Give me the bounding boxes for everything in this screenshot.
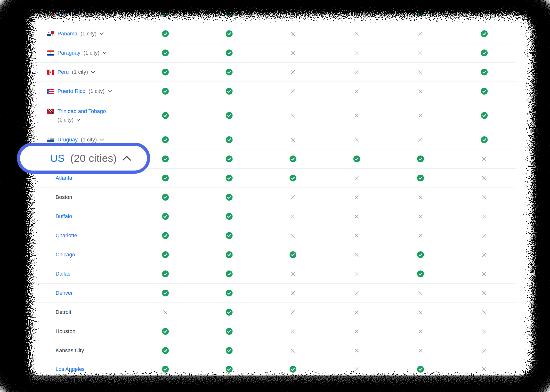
country-link[interactable]: Peru bbox=[57, 69, 69, 75]
check-icon bbox=[226, 136, 233, 143]
x-icon bbox=[290, 310, 296, 315]
availability-cell bbox=[133, 226, 197, 245]
availability-cell bbox=[197, 322, 261, 341]
availability-cell bbox=[261, 245, 325, 264]
chevron-down-icon[interactable] bbox=[76, 119, 80, 121]
availability-cell bbox=[261, 43, 325, 62]
availability-cell bbox=[197, 245, 261, 264]
x-icon bbox=[354, 10, 359, 16]
row-label-cell: Puerto Rico(1 city) bbox=[33, 82, 133, 101]
country-link[interactable]: Trinidad and Tobago bbox=[57, 108, 106, 114]
country-link[interactable]: Mexico bbox=[57, 10, 74, 16]
city-link[interactable]: Buffalo bbox=[56, 213, 72, 220]
availability-cell bbox=[325, 6, 388, 20]
country-row: Paraguay(1 city) bbox=[33, 43, 516, 63]
city-link[interactable]: Dallas bbox=[56, 271, 70, 277]
chevron-down-icon[interactable] bbox=[97, 12, 101, 14]
city-link[interactable]: Atlanta bbox=[56, 175, 72, 181]
us-country-link[interactable]: US bbox=[50, 152, 65, 164]
city-count-label: (1 city) bbox=[78, 10, 94, 16]
us-city-count-label: (20 cities) bbox=[70, 152, 117, 164]
paraguay-flag-icon bbox=[47, 50, 54, 56]
check-icon bbox=[290, 366, 296, 373]
availability-cell bbox=[197, 43, 261, 62]
x-icon bbox=[354, 50, 359, 56]
availability-cell bbox=[133, 169, 197, 188]
country-link[interactable]: Puerto Rico bbox=[57, 88, 85, 94]
availability-cell bbox=[261, 188, 325, 207]
x-icon bbox=[290, 69, 296, 75]
x-icon bbox=[418, 50, 423, 56]
check-icon bbox=[226, 194, 233, 201]
chevron-down-icon[interactable] bbox=[100, 139, 104, 141]
availability-cell bbox=[197, 169, 261, 188]
availability-cell bbox=[388, 149, 452, 168]
x-icon bbox=[481, 233, 487, 238]
chevron-down-icon[interactable] bbox=[103, 52, 107, 54]
x-icon bbox=[354, 233, 359, 238]
check-icon bbox=[226, 232, 233, 239]
check-icon bbox=[226, 213, 233, 220]
availability-cell bbox=[261, 341, 325, 360]
availability-cell bbox=[452, 322, 516, 341]
x-icon bbox=[418, 310, 423, 315]
availability-cell bbox=[325, 341, 388, 360]
city-row: Dallas bbox=[33, 264, 516, 284]
availability-cell bbox=[325, 322, 388, 341]
availability-cell bbox=[261, 149, 325, 168]
chevron-down-icon[interactable] bbox=[100, 33, 104, 35]
check-icon bbox=[162, 175, 169, 181]
country-link[interactable]: Panama bbox=[57, 31, 77, 37]
availability-cell bbox=[133, 303, 197, 322]
x-icon bbox=[354, 69, 359, 75]
row-label-cell: Peru(1 city) bbox=[33, 63, 133, 82]
availability-cell bbox=[388, 264, 452, 283]
availability-cell bbox=[452, 341, 516, 360]
chevron-down-icon[interactable] bbox=[91, 71, 95, 73]
availability-cell bbox=[388, 303, 452, 322]
country-link[interactable]: Paraguay bbox=[57, 50, 80, 56]
country-link[interactable]: Uruguay bbox=[57, 137, 78, 143]
x-icon bbox=[418, 31, 423, 37]
availability-cell bbox=[325, 149, 388, 168]
availability-cell bbox=[325, 303, 388, 322]
city-link[interactable]: Los Angeles bbox=[56, 366, 85, 372]
city-row: Detroit bbox=[33, 303, 516, 322]
availability-cell bbox=[388, 43, 452, 62]
availability-cell bbox=[261, 130, 325, 149]
availability-cell bbox=[388, 24, 452, 43]
check-icon bbox=[417, 175, 424, 181]
city-count-label: (1 city) bbox=[83, 50, 99, 56]
availability-cell bbox=[197, 82, 261, 101]
highlight-annotation-ring[interactable]: US (20 cities) bbox=[17, 143, 150, 174]
x-icon bbox=[290, 195, 296, 200]
x-icon bbox=[290, 348, 296, 353]
availability-cell bbox=[452, 101, 516, 130]
chevron-up-icon[interactable] bbox=[122, 155, 131, 161]
availability-cell bbox=[452, 24, 516, 43]
x-icon bbox=[418, 329, 423, 334]
city-row: Boston bbox=[33, 188, 516, 207]
availability-cell bbox=[261, 226, 325, 245]
chevron-down-icon[interactable] bbox=[108, 90, 112, 92]
check-icon bbox=[226, 328, 233, 335]
x-icon bbox=[354, 113, 359, 118]
check-icon bbox=[162, 213, 169, 220]
city-link[interactable]: Chicago bbox=[56, 252, 75, 258]
x-icon bbox=[481, 348, 487, 353]
city-row: Denver bbox=[33, 284, 516, 303]
row-label-cell: Paraguay(1 city) bbox=[33, 43, 133, 62]
check-icon bbox=[226, 347, 233, 354]
availability-cell bbox=[261, 264, 325, 283]
availability-cell bbox=[261, 63, 325, 82]
availability-cell bbox=[261, 303, 325, 322]
availability-cell bbox=[261, 24, 325, 43]
x-icon bbox=[418, 113, 423, 118]
check-icon bbox=[162, 49, 169, 56]
availability-cell bbox=[261, 207, 325, 226]
x-icon bbox=[354, 310, 359, 315]
city-link[interactable]: Charlotte bbox=[56, 232, 77, 239]
availability-cell bbox=[197, 341, 261, 360]
city-link[interactable]: Denver bbox=[56, 290, 73, 296]
check-icon bbox=[481, 112, 488, 119]
